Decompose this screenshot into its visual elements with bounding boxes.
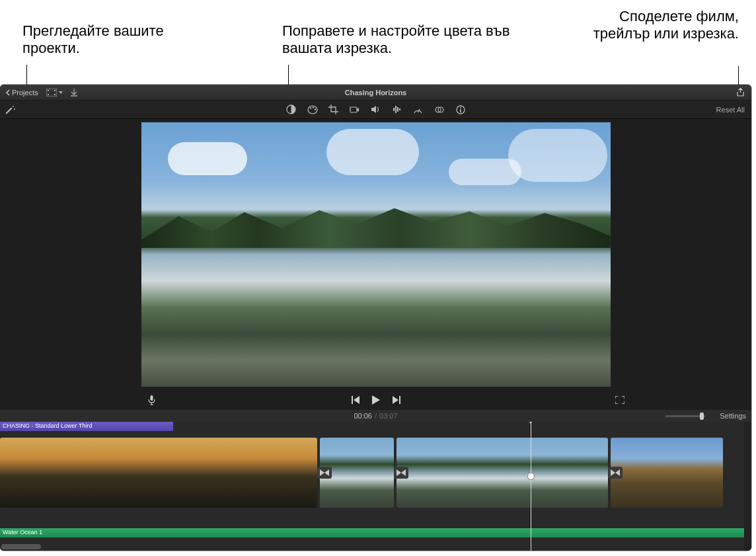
svg-rect-20	[460, 109, 461, 112]
project-title: Chasing Horizons	[0, 89, 751, 97]
callout-line	[26, 65, 27, 86]
viewer-area	[0, 119, 751, 390]
voiceover-button[interactable]	[148, 395, 155, 405]
crop-button[interactable]	[328, 104, 339, 115]
clip-filter-button[interactable]	[434, 104, 445, 115]
import-button[interactable]	[71, 89, 77, 97]
volume-button[interactable]	[371, 104, 381, 115]
svg-rect-23	[399, 396, 400, 404]
timeline[interactable]: CHASING - Standard Lower Third Water Oce…	[0, 422, 751, 551]
speaker-icon	[371, 105, 381, 114]
next-icon	[392, 396, 400, 404]
prev-button[interactable]	[352, 396, 360, 404]
magic-wand-icon	[5, 104, 16, 115]
speedometer-icon	[413, 105, 423, 114]
svg-rect-11	[393, 108, 395, 111]
svg-rect-3	[54, 90, 56, 91]
current-time: 00:06	[354, 412, 372, 420]
clip-thumbnail	[611, 438, 723, 508]
callout-projects: Прегледайте вашите проекти.	[22, 22, 194, 58]
info-button[interactable]	[455, 104, 466, 115]
transition[interactable]	[317, 467, 332, 479]
svg-rect-10	[350, 107, 357, 112]
vertical-scrollbar[interactable]	[744, 422, 751, 551]
reset-all-button[interactable]: Reset All	[716, 106, 745, 114]
prev-icon	[352, 396, 360, 404]
svg-rect-12	[395, 106, 397, 113]
svg-rect-13	[397, 107, 398, 112]
arrow-down-icon	[71, 89, 77, 97]
play-button[interactable]	[372, 395, 380, 405]
bowtie-icon	[397, 469, 406, 476]
time-bar: 00:06 / 03:07 Settings	[0, 410, 751, 422]
play-icon	[372, 395, 380, 405]
crop-icon	[328, 104, 338, 114]
transition[interactable]	[608, 467, 623, 479]
share-icon	[736, 88, 745, 97]
speed-button[interactable]	[413, 104, 424, 115]
expand-icon	[615, 396, 624, 404]
zoom-knob[interactable]	[700, 413, 704, 420]
audio-clip[interactable]: Water Ocean 1	[0, 528, 751, 537]
drops-icon	[435, 105, 444, 114]
svg-point-19	[460, 107, 461, 108]
time-separator: /	[375, 412, 377, 420]
timeline-scrollbar[interactable]	[1, 544, 41, 549]
chevron-left-icon	[5, 89, 10, 96]
microphone-icon	[148, 395, 155, 405]
filmstrip-icon	[46, 89, 57, 97]
preview-frame	[141, 122, 611, 387]
playhead[interactable]	[531, 422, 531, 551]
color-correction-button[interactable]	[307, 104, 318, 115]
half-circle-icon	[286, 104, 296, 114]
svg-rect-2	[48, 94, 49, 95]
camera-icon	[350, 106, 359, 114]
color-balance-button[interactable]	[286, 104, 297, 115]
svg-rect-22	[352, 396, 353, 404]
svg-rect-0	[46, 89, 57, 97]
projects-button[interactable]: Projects	[5, 89, 38, 97]
bowtie-icon	[320, 469, 329, 476]
enhance-button[interactable]	[5, 104, 16, 115]
title-bar: Projects Chasing Horizons	[0, 85, 751, 100]
svg-rect-4	[54, 94, 56, 95]
svg-point-9	[314, 108, 315, 110]
projects-label: Projects	[12, 89, 38, 97]
media-browser-button[interactable]	[46, 89, 63, 97]
callout-share: Споделете филм, трейлър или изрезка.	[567, 8, 739, 43]
svg-point-8	[312, 106, 313, 108]
clip-row	[0, 438, 751, 508]
total-time: 03:07	[379, 412, 398, 420]
noise-reduction-button[interactable]	[392, 104, 402, 115]
zoom-track	[665, 415, 705, 417]
info-icon	[456, 105, 465, 114]
svg-rect-14	[399, 108, 400, 110]
bowtie-icon	[611, 469, 620, 476]
video-clip[interactable]	[397, 438, 608, 508]
svg-rect-21	[151, 395, 153, 401]
video-clip[interactable]	[0, 438, 317, 508]
video-clip[interactable]	[611, 438, 723, 508]
fullscreen-button[interactable]	[615, 396, 624, 404]
clip-thumbnail	[0, 438, 317, 508]
timeline-settings-button[interactable]: Settings	[720, 412, 746, 420]
share-button[interactable]	[736, 88, 745, 97]
transition[interactable]	[394, 467, 408, 479]
playback-bar	[0, 390, 751, 410]
equalizer-icon	[393, 105, 402, 114]
adjust-bar: Reset All	[0, 100, 751, 119]
palette-icon	[307, 105, 318, 114]
stabilization-button[interactable]	[350, 104, 360, 115]
chevron-down-icon	[59, 91, 63, 94]
callout-color: Поправете и настройте цвета във вашата и…	[282, 22, 527, 58]
title-clip[interactable]: CHASING - Standard Lower Third	[0, 422, 173, 431]
svg-rect-1	[48, 90, 49, 91]
app-window: Projects Chasing Horizons	[0, 85, 751, 551]
next-button[interactable]	[392, 396, 400, 404]
callout-line	[738, 66, 739, 86]
playhead-handle[interactable]	[528, 473, 534, 479]
svg-point-7	[309, 107, 311, 108]
zoom-slider[interactable]	[665, 415, 705, 417]
clip-thumbnail	[397, 438, 608, 508]
